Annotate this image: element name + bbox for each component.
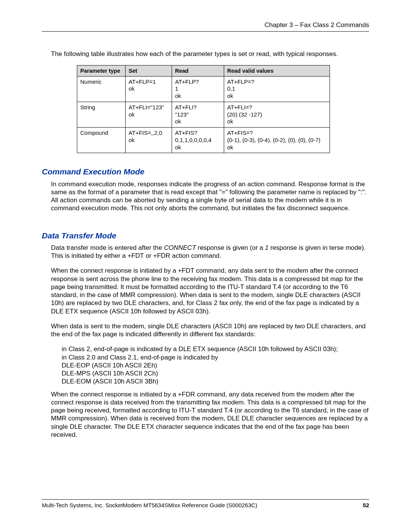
page-content: Chapter 3 – Fax Class 2 Commands The fol…	[42, 21, 369, 509]
indented-list: in Class 2, end-of-page is indicated by …	[62, 345, 369, 385]
cell: AT+FLI="123" ok	[126, 102, 172, 127]
chapter-header: Chapter 3 – Fax Class 2 Commands	[42, 21, 369, 32]
cell: Numeric	[77, 76, 126, 102]
page-footer: Multi-Tech Systems, Inc. SocketModem MT5…	[42, 499, 369, 509]
cell: AT+FLI=? (20) (32 -127) ok	[224, 102, 330, 127]
italic-text: CONNECT	[164, 244, 196, 251]
table-header-row: Parameter type Set Read Read valid value…	[77, 65, 330, 76]
table-row: Compound AT+FIS=,,2,0 ok AT+FIS? 0,1,1,0…	[77, 128, 330, 153]
text: Data transfer mode is entered after the	[51, 244, 164, 251]
body-paragraph: In command execution mode, responses ind…	[51, 180, 369, 212]
cell: AT+FLP=? 0,1 ok	[224, 76, 330, 102]
page-number: 52	[363, 502, 369, 509]
intro-paragraph: The following table illustrates how each…	[51, 50, 369, 58]
italic-text: 1	[265, 244, 268, 251]
body-paragraph: When the connect response is initiated b…	[51, 390, 369, 439]
cell: AT+FIS? 0,1,1,0,0,0,0,4 ok	[172, 128, 224, 153]
footer-text: Multi-Tech Systems, Inc. SocketModem MT5…	[42, 502, 257, 509]
table-row: Numeric AT+FLP=1 ok AT+FLP? 1 ok AT+FLP=…	[77, 76, 330, 102]
cell: AT+FIS=,,2,0 ok	[126, 128, 172, 153]
cell: AT+FLP? 1 ok	[172, 76, 224, 102]
col-header: Read valid values	[224, 65, 330, 76]
col-header: Set	[126, 65, 172, 76]
cell: Compound	[77, 128, 126, 153]
cell: AT+FIS=? (0-1), (0-3), (0-4), (0-2), (0)…	[224, 128, 330, 153]
col-header: Read	[172, 65, 224, 76]
parameter-table: Parameter type Set Read Read valid value…	[77, 65, 330, 153]
section-heading-data-transfer: Data Transfer Mode	[42, 231, 369, 241]
cell: AT+FLP=1 ok	[126, 76, 172, 102]
col-header: Parameter type	[77, 65, 126, 76]
text: response is given (or a	[196, 244, 265, 251]
cell: AT+FLI? "123" ok	[172, 102, 224, 127]
body-paragraph: When data is sent to the modem, single D…	[51, 322, 369, 339]
section-heading-command-execution: Command Execution Mode	[42, 167, 369, 177]
body-paragraph: Data transfer mode is entered after the …	[51, 244, 369, 260]
body-paragraph: When the connect response is initiated b…	[51, 267, 369, 315]
table-row: String AT+FLI="123" ok AT+FLI? "123" ok …	[77, 102, 330, 127]
cell: String	[77, 102, 126, 127]
